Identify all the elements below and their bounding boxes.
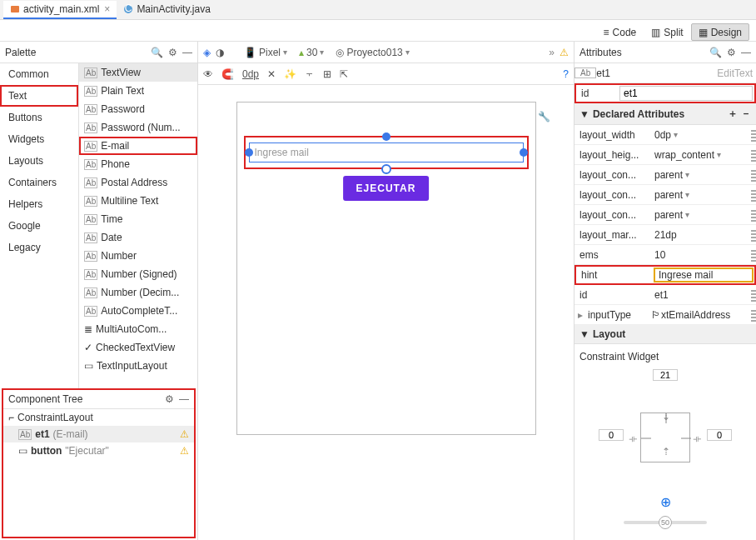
edittext-component[interactable]: Ingrese mail (244, 136, 529, 169)
gear-icon[interactable]: ⚙ (165, 393, 174, 405)
orientation-icon[interactable]: ◑ (216, 47, 224, 58)
palette-item[interactable]: AbMultiline Text (79, 192, 197, 210)
tab-mainactivity[interactable]: C MainActivity.java (117, 1, 216, 19)
eye-icon[interactable]: 👁 (203, 68, 213, 80)
attr-val[interactable]: 🏳 xtEmailAddress (648, 309, 751, 321)
gear-icon[interactable]: ⚙ (727, 47, 736, 58)
attr-val[interactable]: 10 (651, 249, 751, 261)
more-icon[interactable]: » (549, 47, 555, 58)
palette-item[interactable]: AbNumber (79, 247, 197, 265)
palette-cat-widgets[interactable]: Widgets (0, 128, 78, 150)
minimize-icon[interactable]: — (182, 47, 192, 58)
remove-icon[interactable]: － (741, 107, 751, 121)
warning-icon[interactable]: ⚠ (180, 428, 189, 440)
attr-row[interactable]: idet1 (574, 285, 756, 305)
attr-row[interactable]: layout_heig...wrap_content (574, 145, 756, 165)
palette-item[interactable]: ✓CheckedTextView (79, 338, 197, 357)
palette-item-email[interactable]: AbE-mail (79, 137, 197, 155)
default-margin[interactable]: 0dp (242, 68, 259, 80)
palette-cat-legacy[interactable]: Legacy (0, 237, 78, 258)
palette-cat-google[interactable]: Google (0, 215, 78, 237)
palette-item[interactable]: ≣MultiAutoCom... (79, 320, 197, 338)
search-icon[interactable]: 🔍 (709, 47, 722, 58)
attr-row[interactable]: layout_mar...21dp (574, 225, 756, 245)
attr-row[interactable]: ▸inputType🏳 xtEmailAddress (574, 305, 756, 325)
search-icon[interactable]: 🔍 (151, 47, 163, 58)
palette-item[interactable]: AbNumber (Decim... (79, 283, 197, 302)
minimize-icon[interactable]: — (179, 393, 189, 405)
declared-attrs-header[interactable]: ▼ Declared Attributes ＋ － (574, 103, 756, 125)
attr-val[interactable]: wrap_content (651, 149, 751, 161)
add-icon[interactable]: ＋ (728, 107, 738, 121)
top-handle[interactable] (382, 132, 390, 141)
palette-cat-layouts[interactable]: Layouts (0, 150, 78, 172)
palette-item[interactable]: AbDate (79, 228, 197, 247)
hint-attribute-row[interactable]: hintIngrese mail (574, 265, 756, 285)
top-margin-input[interactable] (653, 369, 678, 381)
palette-cat-helpers[interactable]: Helpers (0, 193, 78, 215)
attr-val[interactable]: parent (651, 169, 751, 181)
align-icon[interactable]: ⫟ (305, 68, 315, 80)
constraint-diagram[interactable]: ⇣⇡ ⟛ ⟛ (599, 388, 732, 488)
theme-selector[interactable]: ◎ Proyecto013 (332, 47, 412, 58)
palette-cat-buttons[interactable]: Buttons (0, 107, 78, 128)
palette-cat-containers[interactable]: Containers (0, 172, 78, 193)
attr-val[interactable]: parent (651, 189, 751, 201)
tree-node-et1[interactable]: Ab et1 (E-mail) ⚠ (3, 426, 194, 442)
help-icon[interactable]: ? (563, 68, 569, 80)
palette-cat-common[interactable]: Common (0, 63, 78, 85)
palette-item[interactable]: ▭TextInputLayout (79, 357, 197, 375)
attr-row[interactable]: layout_width0dp (574, 125, 756, 145)
attr-val[interactable]: 21dp (651, 229, 751, 241)
wrench-icon[interactable]: 🔧 (538, 111, 550, 122)
id-input[interactable] (619, 86, 753, 101)
minimize-icon[interactable]: — (741, 47, 751, 58)
palette-item[interactable]: AbPlain Text (79, 82, 197, 100)
tree-node-button[interactable]: ▭ button "Ejecutar" ⚠ (3, 442, 194, 459)
attr-row[interactable]: layout_con...parent (574, 185, 756, 205)
bias-slider[interactable]: 50 (624, 521, 707, 524)
palette-item[interactable]: AbTime (79, 210, 197, 228)
palette-item-header[interactable]: AbTextView (79, 63, 197, 82)
design-view-button[interactable]: ▦ Design (691, 23, 749, 41)
palette-item[interactable]: AbPassword (Num... (79, 118, 197, 137)
gear-icon[interactable]: ⚙ (168, 47, 177, 58)
attr-val[interactable]: 0dp (651, 129, 751, 141)
left-handle[interactable] (245, 148, 253, 157)
magnet-icon[interactable]: 🧲 (221, 68, 234, 80)
api-selector[interactable]: ▴ 30 (296, 47, 327, 58)
hint-value[interactable]: Ingrese mail (654, 268, 754, 282)
infer-icon[interactable]: ✨ (284, 68, 296, 80)
warning-icon[interactable]: ⚠ (560, 47, 569, 58)
palette-item[interactable]: AbPassword (79, 100, 197, 118)
clear-constraints-icon[interactable]: ✕ (267, 68, 276, 80)
close-icon[interactable]: × (104, 3, 110, 15)
attr-val[interactable]: et1 (651, 289, 751, 301)
warning-icon[interactable]: ⚠ (180, 445, 189, 457)
split-view-button[interactable]: ▥ Split (644, 23, 690, 41)
expand-icon[interactable]: ⇱ (340, 68, 348, 80)
palette-item[interactable]: AbPostal Address (79, 173, 197, 192)
bias-handle[interactable]: 50 (659, 516, 672, 529)
attr-row[interactable]: layout_con...parent (574, 165, 756, 185)
bottom-handle[interactable] (381, 164, 391, 174)
palette-item[interactable]: AbPhone (79, 155, 197, 173)
palette-cat-text[interactable]: Text (0, 85, 78, 107)
chevron-right-icon[interactable]: ▸ (574, 309, 583, 321)
device-selector[interactable]: 📱 Pixel (241, 47, 291, 58)
right-margin-input[interactable] (707, 429, 732, 441)
attr-row[interactable]: ems10 (574, 245, 756, 265)
code-view-button[interactable]: ≡ Code (596, 23, 644, 41)
attr-row[interactable]: layout_con...parent (574, 205, 756, 225)
palette-item[interactable]: AbAutoCompleteT... (79, 302, 197, 320)
tree-root[interactable]: ⌐ ConstraintLayout (3, 409, 194, 426)
surface-icon[interactable]: ◈ (203, 47, 211, 58)
pack-icon[interactable]: ⊞ (323, 68, 331, 80)
tab-activity-main[interactable]: activity_main.xml × (3, 1, 117, 19)
right-handle[interactable] (520, 148, 528, 157)
left-margin-input[interactable] (599, 429, 624, 441)
add-constraint-button[interactable]: ⊕ (579, 494, 751, 510)
palette-item[interactable]: AbNumber (Signed) (79, 265, 197, 283)
device-canvas[interactable]: 🔧 Ingrese mail EJECUTAR (198, 85, 574, 540)
layout-section-header[interactable]: ▼ Layout (574, 325, 756, 344)
